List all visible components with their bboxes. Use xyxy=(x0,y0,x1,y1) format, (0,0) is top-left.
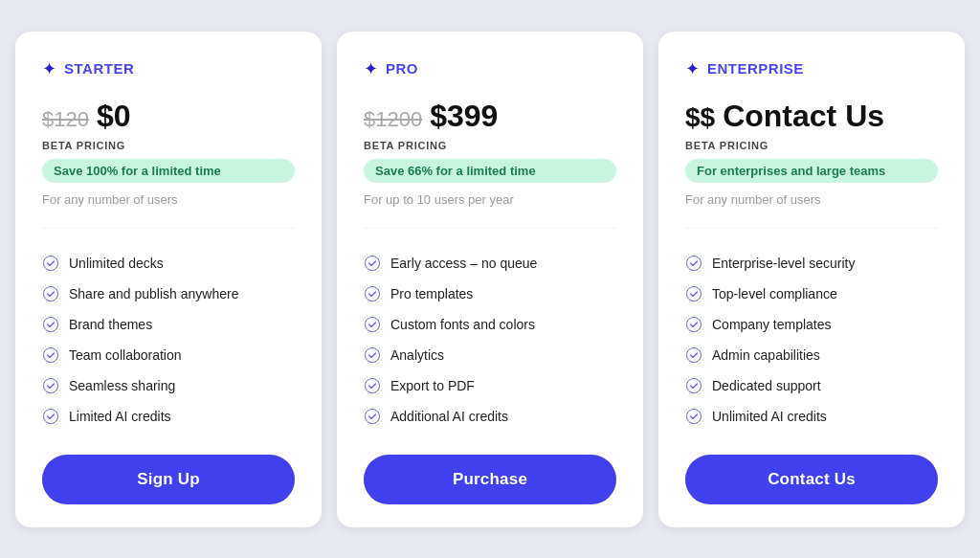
feature-item: Brand themes xyxy=(42,309,295,340)
check-icon xyxy=(685,255,702,272)
svg-point-3 xyxy=(44,347,58,362)
check-icon xyxy=(364,408,381,425)
save-badge: Save 100% for a limited time xyxy=(42,159,295,183)
feature-text: Analytics xyxy=(390,347,444,363)
svg-point-8 xyxy=(366,317,380,331)
plan-card-starter: ✦STARTER$120$0BETA PRICINGSave 100% for … xyxy=(15,32,322,527)
feature-item: Custom fonts and colors xyxy=(364,309,616,340)
check-icon xyxy=(42,255,59,272)
svg-point-10 xyxy=(366,378,380,392)
check-icon xyxy=(685,285,702,302)
feature-item: Pro templates xyxy=(364,279,616,309)
svg-point-1 xyxy=(44,286,58,301)
svg-point-17 xyxy=(687,409,702,423)
check-icon xyxy=(685,408,702,425)
svg-point-6 xyxy=(366,256,380,270)
feature-text: Team collaboration xyxy=(69,347,182,363)
feature-text: Custom fonts and colors xyxy=(390,317,535,332)
feature-item: Export to PDF xyxy=(364,370,616,401)
svg-point-14 xyxy=(687,317,702,331)
pricing-container: ✦STARTER$120$0BETA PRICINGSave 100% for … xyxy=(15,32,965,527)
check-icon xyxy=(42,408,59,425)
feature-text: Additional AI credits xyxy=(390,409,508,424)
feature-text: Early access – no queue xyxy=(390,256,537,271)
plan-name: STARTER xyxy=(64,60,134,77)
feature-item: Dedicated support xyxy=(685,370,938,401)
plan-header: ✦STARTER xyxy=(42,58,295,79)
beta-label: BETA PRICING xyxy=(42,140,295,151)
feature-item: Unlimited decks xyxy=(42,248,295,279)
check-icon xyxy=(364,255,381,272)
plan-description: For up to 10 users per year xyxy=(364,192,616,207)
sparkle-icon: ✦ xyxy=(364,58,378,79)
check-icon xyxy=(42,377,59,394)
feature-text: Dedicated support xyxy=(712,378,821,393)
svg-point-11 xyxy=(366,409,380,423)
svg-point-12 xyxy=(687,256,702,270)
features-list: Unlimited decks Share and publish anywhe… xyxy=(42,248,295,432)
feature-text: Company templates xyxy=(712,317,832,332)
feature-item: Seamless sharing xyxy=(42,370,295,401)
check-icon xyxy=(42,285,59,302)
feature-item: Company templates xyxy=(685,309,938,340)
original-price: $1200 xyxy=(364,107,422,132)
svg-point-16 xyxy=(687,378,702,392)
check-icon xyxy=(364,285,381,302)
cta-button-enterprise[interactable]: Contact Us xyxy=(685,455,938,504)
check-icon xyxy=(364,377,381,394)
sparkle-icon: ✦ xyxy=(42,58,56,79)
feature-text: Admin capabilities xyxy=(712,347,820,363)
svg-point-2 xyxy=(44,317,58,331)
save-badge: Save 66% for a limited time xyxy=(364,159,616,183)
plan-header: ✦PRO xyxy=(364,58,616,79)
feature-item: Enterprise-level security xyxy=(685,248,938,279)
feature-text: Pro templates xyxy=(390,286,473,301)
svg-point-13 xyxy=(687,286,702,301)
check-icon xyxy=(364,316,381,333)
sparkle-icon: ✦ xyxy=(685,58,700,79)
plan-name: ENTERPRISE xyxy=(707,60,804,77)
features-list: Early access – no queue Pro templates Cu… xyxy=(364,248,616,432)
check-icon xyxy=(685,346,702,364)
price-row: $1200$399 xyxy=(364,99,616,134)
feature-text: Export to PDF xyxy=(390,378,475,393)
dollar-sign: $$ xyxy=(685,102,715,133)
current-price: $0 xyxy=(97,99,131,134)
feature-text: Unlimited AI credits xyxy=(712,409,827,424)
cta-button-starter[interactable]: Sign Up xyxy=(42,455,295,504)
feature-item: Early access – no queue xyxy=(364,248,616,279)
feature-text: Seamless sharing xyxy=(69,378,175,393)
price-row: $$Contact Us xyxy=(685,99,938,134)
plan-header: ✦ENTERPRISE xyxy=(685,58,938,79)
plan-card-enterprise: ✦ENTERPRISE$$Contact UsBETA PRICINGFor e… xyxy=(658,32,965,527)
cta-button-pro[interactable]: Purchase xyxy=(364,455,616,504)
price-row: $120$0 xyxy=(42,99,295,134)
feature-item: Analytics xyxy=(364,340,616,370)
plan-description: For any number of users xyxy=(685,192,938,207)
check-icon xyxy=(685,316,702,333)
svg-point-15 xyxy=(687,347,702,362)
check-icon xyxy=(42,346,59,364)
svg-point-4 xyxy=(44,378,58,392)
feature-item: Share and publish anywhere xyxy=(42,279,295,309)
beta-label: BETA PRICING xyxy=(364,140,616,151)
original-price: $120 xyxy=(42,107,89,132)
feature-item: Limited AI credits xyxy=(42,401,295,432)
plan-description: For any number of users xyxy=(42,192,295,207)
svg-point-7 xyxy=(366,286,380,301)
beta-label: BETA PRICING xyxy=(685,140,938,151)
feature-text: Top-level compliance xyxy=(712,286,837,301)
divider xyxy=(42,228,295,229)
feature-text: Share and publish anywhere xyxy=(69,286,238,301)
feature-item: Team collaboration xyxy=(42,340,295,370)
feature-item: Unlimited AI credits xyxy=(685,401,938,432)
svg-point-9 xyxy=(366,347,380,362)
save-badge: For enterprises and large teams xyxy=(685,159,938,183)
check-icon xyxy=(685,377,702,394)
feature-item: Admin capabilities xyxy=(685,340,938,370)
feature-item: Additional AI credits xyxy=(364,401,616,432)
divider xyxy=(364,228,616,229)
current-price: Contact Us xyxy=(723,99,884,134)
svg-point-5 xyxy=(44,409,58,423)
check-icon xyxy=(42,316,59,333)
